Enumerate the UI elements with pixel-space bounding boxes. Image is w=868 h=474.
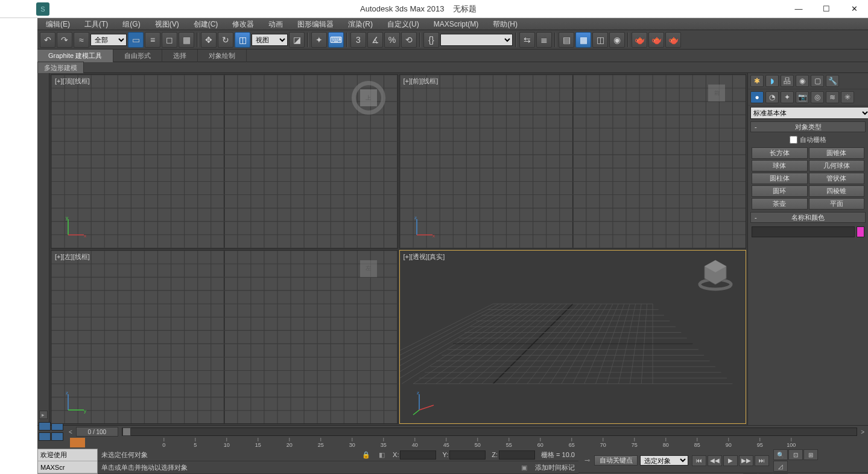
menu-customize[interactable]: 自定义(U) (380, 18, 426, 30)
ribbon-tab-graphite[interactable]: Graphite 建模工具 (37, 50, 113, 62)
redo-icon[interactable]: ↷ (57, 32, 72, 48)
mirror-icon[interactable]: ⇆ (519, 32, 535, 48)
object-name-input[interactable] (752, 226, 855, 237)
curve-editor-icon[interactable]: ▦ (575, 32, 591, 48)
ref-coordsys[interactable]: 视图 (252, 34, 288, 46)
systems-icon[interactable]: ✳ (841, 91, 854, 103)
frame-display[interactable]: 0 / 100 (76, 427, 118, 437)
script-listener[interactable]: 欢迎使用 MAXScr (37, 449, 98, 474)
goto-end-icon[interactable]: ⏭ (755, 455, 769, 466)
obj-cone[interactable]: 圆锥体 (809, 147, 865, 159)
menu-group[interactable]: 组(G) (115, 18, 147, 30)
coord-z-input[interactable] (499, 450, 535, 460)
rotate-icon[interactable]: ↻ (218, 32, 233, 48)
named-sets-icon[interactable]: {} (423, 32, 439, 48)
goto-start-icon[interactable]: ⏮ (692, 455, 706, 466)
utilities-tab-icon[interactable]: 🔧 (826, 75, 839, 87)
trackbtn3[interactable] (39, 432, 51, 441)
viewcube-icon[interactable]: 左 (352, 257, 385, 290)
ribbon-sub-polymodel[interactable]: 多边形建模 (37, 62, 84, 74)
viewport-front[interactable]: [+][前][线框] zx 前 (399, 74, 747, 249)
obj-cylinder[interactable]: 圆柱体 (752, 173, 808, 184)
menu-modifiers[interactable]: 修改器 (225, 18, 261, 30)
hierarchy-tab-icon[interactable]: 品 (781, 75, 794, 87)
fov-icon[interactable]: ◿ (773, 461, 788, 472)
viewcube-icon[interactable]: 前 (700, 81, 733, 115)
viewport-left[interactable]: [+][左][线框] zy 左 (51, 250, 398, 424)
track-toggle-icon[interactable] (70, 438, 85, 447)
menu-edit[interactable]: 编辑(E) (39, 18, 77, 30)
viewport-persp-label[interactable]: [+][透视][真实] (404, 252, 445, 261)
obj-geosphere[interactable]: 几何球体 (809, 160, 865, 171)
menu-animation[interactable]: 动画 (261, 18, 290, 30)
object-color-swatch[interactable] (857, 226, 864, 237)
pivot-icon[interactable]: ◪ (289, 32, 305, 48)
next-frame-icon[interactable]: ▶▶ (739, 455, 753, 466)
menu-tools[interactable]: 工具(T) (77, 18, 115, 30)
geometry-icon[interactable]: ● (750, 91, 764, 103)
schematic-icon[interactable]: ◫ (592, 32, 608, 48)
spinner-snap-icon[interactable]: ⟲ (401, 32, 417, 48)
keyboard-shortcut-icon[interactable]: ⌨ (328, 32, 344, 48)
undo-icon[interactable]: ↶ (40, 32, 55, 48)
rollout-name-color[interactable]: -名称和颜色 (750, 212, 866, 223)
close-button[interactable]: ✕ (840, 0, 868, 18)
viewcube-icon[interactable]: 上 (352, 81, 385, 115)
zoom-ext-icon[interactable]: ⊞ (803, 449, 818, 460)
render-setup-icon[interactable]: 🫖 (632, 32, 647, 48)
ribbon-tab-freeform[interactable]: 自由形式 (113, 50, 162, 62)
menu-view[interactable]: 视图(V) (148, 18, 186, 30)
percent-snap-icon[interactable]: % (384, 32, 400, 48)
align-icon[interactable]: ≣ (536, 32, 552, 48)
viewcube-icon[interactable] (696, 255, 735, 294)
key-icon[interactable]: ⊸ (582, 456, 592, 466)
time-tag-icon[interactable]: ▣ (519, 463, 529, 472)
render-frame-icon[interactable]: 🫖 (648, 32, 664, 48)
isolate-icon[interactable]: ◧ (377, 450, 387, 460)
menu-help[interactable]: 帮助(H) (486, 18, 525, 30)
time-ruler[interactable]: 0510152025303540455055606570758085909510… (70, 438, 868, 449)
menu-render[interactable]: 渲染(R) (341, 18, 380, 30)
snap-toggle-icon[interactable]: 3 (350, 32, 366, 48)
lock-icon[interactable]: 🔒 (361, 450, 371, 460)
move-icon[interactable]: ✥ (201, 32, 217, 48)
menu-grapheditor[interactable]: 图形编辑器 (290, 18, 341, 30)
viewport-top[interactable]: [+][顶][线框] yx 上 (51, 74, 398, 249)
layers-icon[interactable]: ▤ (559, 32, 574, 48)
select-region-icon[interactable]: ◻ (162, 32, 177, 48)
obj-sphere[interactable]: 球体 (752, 160, 808, 171)
shapes-icon[interactable]: ◔ (765, 91, 779, 103)
create-tab-icon[interactable]: ✱ (750, 75, 764, 87)
display-tab-icon[interactable]: ▢ (811, 75, 824, 87)
ribbon-tab-select[interactable]: 选择 (162, 50, 198, 62)
material-icon[interactable]: ◉ (609, 32, 625, 48)
viewport-top-label[interactable]: [+][顶][线框] (55, 77, 90, 86)
lights-icon[interactable]: ✦ (781, 91, 794, 103)
select-object-icon[interactable]: ▭ (128, 32, 144, 48)
ribbon-tab-paint[interactable]: 对象绘制 (198, 50, 247, 62)
prev-frame-icon[interactable]: ◀◀ (708, 455, 722, 466)
angle-snap-icon[interactable]: ∡ (367, 32, 383, 48)
expand-icon[interactable]: ▸ (39, 411, 48, 419)
primitive-type-select[interactable]: 标准基本体 (750, 107, 868, 119)
obj-tube[interactable]: 管状体 (809, 173, 865, 184)
selection-filter[interactable]: 全部 (90, 34, 127, 46)
zoom-all-icon[interactable]: ⊡ (788, 449, 803, 460)
obj-teapot[interactable]: 茶壶 (752, 198, 808, 210)
play-icon[interactable]: ▶ (723, 455, 738, 466)
select-name-icon[interactable]: ≡ (145, 32, 160, 48)
spacewarps-icon[interactable]: ≋ (826, 91, 839, 103)
obj-pyramid[interactable]: 四棱锥 (809, 185, 865, 197)
viewport-front-label[interactable]: [+][前][线框] (404, 77, 439, 86)
trackbtn4[interactable] (51, 432, 63, 441)
link-icon[interactable]: ≈ (74, 32, 89, 48)
obj-box[interactable]: 长方体 (752, 147, 808, 159)
helpers-icon[interactable]: ◎ (811, 91, 824, 103)
obj-torus[interactable]: 圆环 (752, 185, 808, 197)
trackbtn1[interactable] (39, 422, 51, 431)
zoom-icon[interactable]: 🔍 (773, 449, 788, 460)
menu-create[interactable]: 创建(C) (186, 18, 226, 30)
autogrid-checkbox[interactable] (790, 136, 797, 144)
motion-tab-icon[interactable]: ◉ (796, 75, 809, 87)
manipulate-icon[interactable]: ✦ (311, 32, 327, 48)
